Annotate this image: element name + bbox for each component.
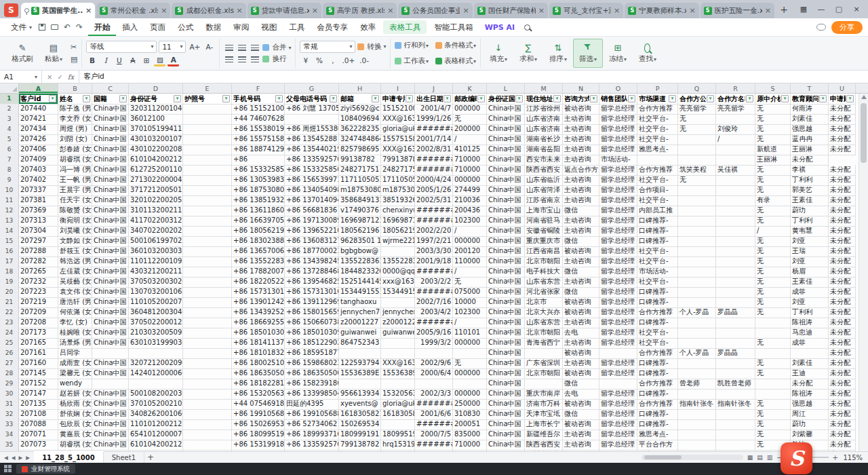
cell[interactable]: 1618305821	[339, 409, 381, 420]
cell[interactable]	[678, 185, 716, 196]
close-tab-icon[interactable]: ×	[765, 6, 771, 15]
cell[interactable]: China中国	[487, 104, 525, 115]
cell[interactable]: 未分配	[829, 175, 856, 186]
cell[interactable]: 99138782	[339, 155, 381, 166]
filter-dropdown-icon[interactable]: ▾	[746, 95, 753, 102]
cell[interactable]	[183, 236, 232, 247]
align-center-icon[interactable]	[238, 56, 246, 62]
cell[interactable]: 留学总经理	[599, 124, 637, 135]
cell[interactable]	[415, 379, 453, 390]
cell[interactable]: jennychen7	[339, 307, 381, 318]
cell[interactable]: 亮亮留学	[716, 104, 755, 115]
cell[interactable]	[791, 348, 829, 359]
cell[interactable]	[716, 114, 755, 125]
cell[interactable]: 周煜 (男)	[58, 124, 92, 135]
cell[interactable]	[129, 379, 183, 390]
cell[interactable]	[183, 328, 232, 339]
cell[interactable]: ########	[415, 165, 453, 176]
column-header-L[interactable]: L	[487, 83, 525, 93]
filter-dropdown-icon[interactable]: ▾	[83, 95, 90, 102]
cell[interactable]: +86 1354402198	[285, 145, 339, 155]
cell[interactable]: 市场活动-	[637, 267, 678, 278]
cell[interactable]	[183, 368, 232, 379]
undo-icon[interactable]: ↶	[64, 22, 71, 32]
row-header-30[interactable]: 30	[0, 389, 19, 400]
filter-dropdown-icon[interactable]: ▾	[406, 95, 413, 102]
cell[interactable]: 207337	[19, 185, 58, 196]
cell[interactable]: 筑笑美程	[678, 165, 716, 176]
cell[interactable]: 汤景烁 (男	[58, 338, 92, 349]
header-cell[interactable]: 教育顾问▾	[791, 94, 829, 104]
cell[interactable]: xyevents@	[339, 399, 381, 410]
menu-item-5[interactable]: 审阅	[227, 18, 255, 36]
cell[interactable]	[678, 368, 716, 379]
cell[interactable]: 留学总经理	[599, 114, 637, 125]
cell[interactable]: 274499	[453, 185, 487, 196]
cell[interactable]: +86 周煜155380	[285, 124, 339, 135]
cell[interactable]: 未分配	[829, 195, 856, 206]
cell[interactable]: guiwanwei	[339, 328, 381, 339]
cell[interactable]: 口碑推荐-	[637, 236, 678, 247]
cell[interactable]	[716, 175, 755, 186]
cell[interactable]: China中国	[487, 267, 525, 278]
file-tab-2[interactable]: S成都公积金.xlsx×	[172, 3, 245, 18]
wrap-text-button[interactable]: 换行	[262, 54, 286, 64]
cell[interactable]: 口碑推荐-	[637, 368, 678, 379]
cell[interactable]: 200000	[453, 124, 487, 135]
close-tab-icon[interactable]: ×	[614, 6, 620, 15]
cell[interactable]: 留学总经理	[599, 195, 637, 206]
cell[interactable]	[183, 277, 232, 288]
cell[interactable]: 000000	[453, 368, 487, 379]
first-sheet-icon[interactable]: ◀	[4, 455, 8, 461]
cell[interactable]: 主动咨询	[563, 318, 599, 328]
cell[interactable]: 刘紫馨	[791, 430, 829, 440]
cell[interactable]	[716, 450, 755, 451]
cell[interactable]: 留学总经理	[599, 256, 637, 267]
cell[interactable]: 马忠迪	[791, 328, 829, 339]
cell[interactable]: 210036	[453, 195, 487, 206]
cell[interactable]: 207165	[19, 338, 58, 349]
cell[interactable]: 799138782	[381, 155, 415, 166]
cell[interactable]	[716, 419, 755, 430]
cloud-sync-icon[interactable]	[816, 24, 826, 31]
row-header-17[interactable]: 17	[0, 256, 19, 267]
cell[interactable]: 合作方推荐	[637, 348, 678, 359]
insert-function-icon[interactable]: fx	[68, 73, 74, 81]
cell[interactable]: 留学总经理	[599, 328, 637, 339]
close-tab-icon[interactable]: ×	[387, 6, 393, 15]
cell[interactable]: 799138782	[339, 440, 381, 451]
cell[interactable]: 108409694	[339, 114, 381, 125]
cell[interactable]: 留学总经理	[599, 419, 637, 430]
zoom-in-icon[interactable]: +	[833, 454, 838, 461]
cell[interactable]: 北京大兴亦	[525, 307, 563, 318]
cell[interactable]: +86 1899937166	[285, 430, 339, 440]
cell[interactable]: 陕西省西安	[525, 440, 563, 451]
cell[interactable]: 110101200212255069	[129, 419, 183, 430]
cell[interactable]: China中国	[92, 389, 129, 400]
convert-button[interactable]: 转换 ▾	[357, 42, 386, 52]
cell[interactable]: 3247484864	[339, 134, 381, 145]
column-header-N[interactable]: N	[563, 83, 599, 93]
cell[interactable]: 无	[678, 114, 716, 125]
cell[interactable]: 留学总经理	[599, 165, 637, 176]
cell[interactable]: China中国	[92, 175, 129, 186]
cell[interactable]: 无	[755, 134, 791, 145]
row-header-15[interactable]: 15	[0, 236, 19, 247]
cell[interactable]: China中国	[487, 277, 525, 288]
cell[interactable]: 被动咨询	[563, 297, 599, 308]
row-header-20[interactable]: 20	[0, 287, 19, 298]
cell[interactable]	[755, 379, 791, 390]
cell[interactable]: ########	[415, 216, 453, 227]
cell[interactable]: 陈子逸 (男	[58, 104, 92, 115]
cell[interactable]	[381, 348, 415, 359]
cell[interactable]	[183, 430, 232, 440]
cell[interactable]	[183, 175, 232, 186]
cell[interactable]: 内部员工推	[637, 206, 678, 216]
cell[interactable]: +86 1506607386	[285, 318, 339, 328]
cell[interactable]: 主动咨询	[563, 338, 599, 349]
cell[interactable]: 主动咨询	[563, 114, 599, 125]
cell[interactable]: 207152	[19, 379, 58, 390]
cell[interactable]: 个人-罗晶	[678, 307, 716, 318]
cell[interactable]: +86	[232, 155, 285, 166]
cell[interactable]: 王迪	[791, 368, 829, 379]
